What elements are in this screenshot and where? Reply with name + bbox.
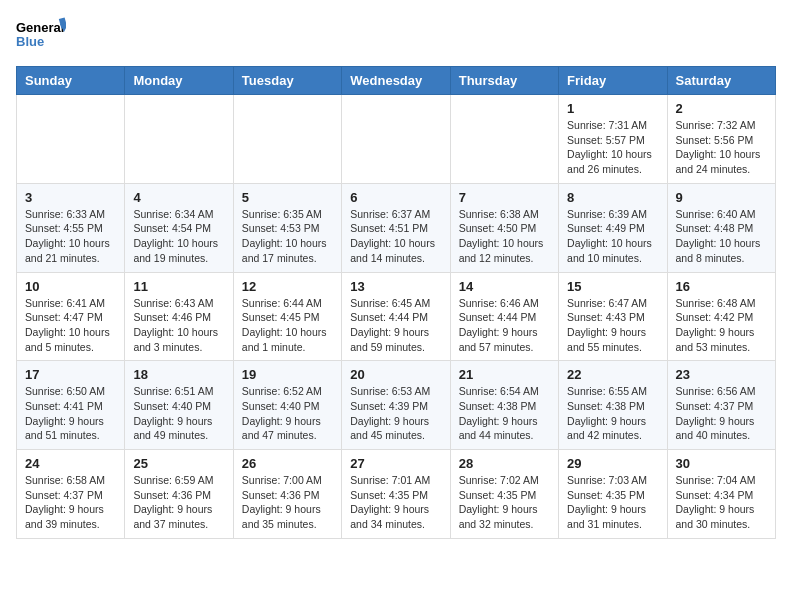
day-info: Sunrise: 6:56 AM Sunset: 4:37 PM Dayligh…	[676, 384, 767, 443]
day-number: 9	[676, 190, 767, 205]
calendar-cell: 24Sunrise: 6:58 AM Sunset: 4:37 PM Dayli…	[17, 450, 125, 539]
day-info: Sunrise: 6:47 AM Sunset: 4:43 PM Dayligh…	[567, 296, 658, 355]
day-number: 19	[242, 367, 333, 382]
day-info: Sunrise: 6:34 AM Sunset: 4:54 PM Dayligh…	[133, 207, 224, 266]
day-info: Sunrise: 6:39 AM Sunset: 4:49 PM Dayligh…	[567, 207, 658, 266]
day-number: 13	[350, 279, 441, 294]
calendar-cell: 27Sunrise: 7:01 AM Sunset: 4:35 PM Dayli…	[342, 450, 450, 539]
calendar-week-row: 1Sunrise: 7:31 AM Sunset: 5:57 PM Daylig…	[17, 95, 776, 184]
calendar-cell: 10Sunrise: 6:41 AM Sunset: 4:47 PM Dayli…	[17, 272, 125, 361]
calendar-cell: 7Sunrise: 6:38 AM Sunset: 4:50 PM Daylig…	[450, 183, 558, 272]
calendar-cell: 13Sunrise: 6:45 AM Sunset: 4:44 PM Dayli…	[342, 272, 450, 361]
calendar-cell: 21Sunrise: 6:54 AM Sunset: 4:38 PM Dayli…	[450, 361, 558, 450]
calendar-cell	[17, 95, 125, 184]
calendar-cell: 26Sunrise: 7:00 AM Sunset: 4:36 PM Dayli…	[233, 450, 341, 539]
day-number: 26	[242, 456, 333, 471]
calendar-cell	[233, 95, 341, 184]
day-number: 18	[133, 367, 224, 382]
day-number: 25	[133, 456, 224, 471]
calendar-cell: 19Sunrise: 6:52 AM Sunset: 4:40 PM Dayli…	[233, 361, 341, 450]
day-info: Sunrise: 6:41 AM Sunset: 4:47 PM Dayligh…	[25, 296, 116, 355]
logo-svg: General Blue	[16, 16, 66, 58]
day-info: Sunrise: 6:37 AM Sunset: 4:51 PM Dayligh…	[350, 207, 441, 266]
day-info: Sunrise: 6:33 AM Sunset: 4:55 PM Dayligh…	[25, 207, 116, 266]
day-number: 8	[567, 190, 658, 205]
day-number: 30	[676, 456, 767, 471]
day-info: Sunrise: 7:03 AM Sunset: 4:35 PM Dayligh…	[567, 473, 658, 532]
day-info: Sunrise: 7:04 AM Sunset: 4:34 PM Dayligh…	[676, 473, 767, 532]
day-info: Sunrise: 7:31 AM Sunset: 5:57 PM Dayligh…	[567, 118, 658, 177]
calendar-cell: 3Sunrise: 6:33 AM Sunset: 4:55 PM Daylig…	[17, 183, 125, 272]
weekday-header-row: SundayMondayTuesdayWednesdayThursdayFrid…	[17, 67, 776, 95]
calendar-cell: 18Sunrise: 6:51 AM Sunset: 4:40 PM Dayli…	[125, 361, 233, 450]
calendar-cell: 12Sunrise: 6:44 AM Sunset: 4:45 PM Dayli…	[233, 272, 341, 361]
day-info: Sunrise: 6:43 AM Sunset: 4:46 PM Dayligh…	[133, 296, 224, 355]
weekday-header-monday: Monday	[125, 67, 233, 95]
day-info: Sunrise: 6:46 AM Sunset: 4:44 PM Dayligh…	[459, 296, 550, 355]
day-info: Sunrise: 6:52 AM Sunset: 4:40 PM Dayligh…	[242, 384, 333, 443]
svg-text:Blue: Blue	[16, 34, 44, 49]
day-number: 29	[567, 456, 658, 471]
day-info: Sunrise: 6:40 AM Sunset: 4:48 PM Dayligh…	[676, 207, 767, 266]
calendar-week-row: 17Sunrise: 6:50 AM Sunset: 4:41 PM Dayli…	[17, 361, 776, 450]
calendar-cell: 4Sunrise: 6:34 AM Sunset: 4:54 PM Daylig…	[125, 183, 233, 272]
page-header: General Blue	[16, 16, 776, 58]
day-number: 27	[350, 456, 441, 471]
day-number: 2	[676, 101, 767, 116]
calendar-cell	[125, 95, 233, 184]
day-number: 23	[676, 367, 767, 382]
day-info: Sunrise: 7:02 AM Sunset: 4:35 PM Dayligh…	[459, 473, 550, 532]
day-number: 5	[242, 190, 333, 205]
day-number: 3	[25, 190, 116, 205]
calendar-cell: 16Sunrise: 6:48 AM Sunset: 4:42 PM Dayli…	[667, 272, 775, 361]
day-number: 16	[676, 279, 767, 294]
calendar-table: SundayMondayTuesdayWednesdayThursdayFrid…	[16, 66, 776, 539]
calendar-cell: 29Sunrise: 7:03 AM Sunset: 4:35 PM Dayli…	[559, 450, 667, 539]
svg-text:General: General	[16, 20, 64, 35]
day-info: Sunrise: 6:55 AM Sunset: 4:38 PM Dayligh…	[567, 384, 658, 443]
calendar-cell: 17Sunrise: 6:50 AM Sunset: 4:41 PM Dayli…	[17, 361, 125, 450]
calendar-cell: 14Sunrise: 6:46 AM Sunset: 4:44 PM Dayli…	[450, 272, 558, 361]
day-info: Sunrise: 6:58 AM Sunset: 4:37 PM Dayligh…	[25, 473, 116, 532]
calendar-cell: 9Sunrise: 6:40 AM Sunset: 4:48 PM Daylig…	[667, 183, 775, 272]
day-number: 28	[459, 456, 550, 471]
calendar-cell	[342, 95, 450, 184]
calendar-cell: 6Sunrise: 6:37 AM Sunset: 4:51 PM Daylig…	[342, 183, 450, 272]
weekday-header-tuesday: Tuesday	[233, 67, 341, 95]
day-info: Sunrise: 6:44 AM Sunset: 4:45 PM Dayligh…	[242, 296, 333, 355]
calendar-cell: 1Sunrise: 7:31 AM Sunset: 5:57 PM Daylig…	[559, 95, 667, 184]
day-number: 10	[25, 279, 116, 294]
day-number: 15	[567, 279, 658, 294]
day-info: Sunrise: 6:50 AM Sunset: 4:41 PM Dayligh…	[25, 384, 116, 443]
calendar-cell	[450, 95, 558, 184]
calendar-cell: 28Sunrise: 7:02 AM Sunset: 4:35 PM Dayli…	[450, 450, 558, 539]
day-number: 24	[25, 456, 116, 471]
day-info: Sunrise: 7:32 AM Sunset: 5:56 PM Dayligh…	[676, 118, 767, 177]
calendar-cell: 15Sunrise: 6:47 AM Sunset: 4:43 PM Dayli…	[559, 272, 667, 361]
day-info: Sunrise: 7:01 AM Sunset: 4:35 PM Dayligh…	[350, 473, 441, 532]
weekday-header-friday: Friday	[559, 67, 667, 95]
calendar-week-row: 24Sunrise: 6:58 AM Sunset: 4:37 PM Dayli…	[17, 450, 776, 539]
weekday-header-wednesday: Wednesday	[342, 67, 450, 95]
day-info: Sunrise: 6:51 AM Sunset: 4:40 PM Dayligh…	[133, 384, 224, 443]
calendar-cell: 30Sunrise: 7:04 AM Sunset: 4:34 PM Dayli…	[667, 450, 775, 539]
day-number: 20	[350, 367, 441, 382]
day-number: 4	[133, 190, 224, 205]
day-info: Sunrise: 6:54 AM Sunset: 4:38 PM Dayligh…	[459, 384, 550, 443]
weekday-header-saturday: Saturday	[667, 67, 775, 95]
weekday-header-thursday: Thursday	[450, 67, 558, 95]
day-number: 22	[567, 367, 658, 382]
day-number: 7	[459, 190, 550, 205]
calendar-cell: 8Sunrise: 6:39 AM Sunset: 4:49 PM Daylig…	[559, 183, 667, 272]
day-number: 1	[567, 101, 658, 116]
day-info: Sunrise: 6:53 AM Sunset: 4:39 PM Dayligh…	[350, 384, 441, 443]
weekday-header-sunday: Sunday	[17, 67, 125, 95]
day-number: 17	[25, 367, 116, 382]
day-number: 6	[350, 190, 441, 205]
day-info: Sunrise: 6:38 AM Sunset: 4:50 PM Dayligh…	[459, 207, 550, 266]
calendar-cell: 5Sunrise: 6:35 AM Sunset: 4:53 PM Daylig…	[233, 183, 341, 272]
day-number: 11	[133, 279, 224, 294]
calendar-cell: 20Sunrise: 6:53 AM Sunset: 4:39 PM Dayli…	[342, 361, 450, 450]
calendar-cell: 2Sunrise: 7:32 AM Sunset: 5:56 PM Daylig…	[667, 95, 775, 184]
calendar-cell: 11Sunrise: 6:43 AM Sunset: 4:46 PM Dayli…	[125, 272, 233, 361]
